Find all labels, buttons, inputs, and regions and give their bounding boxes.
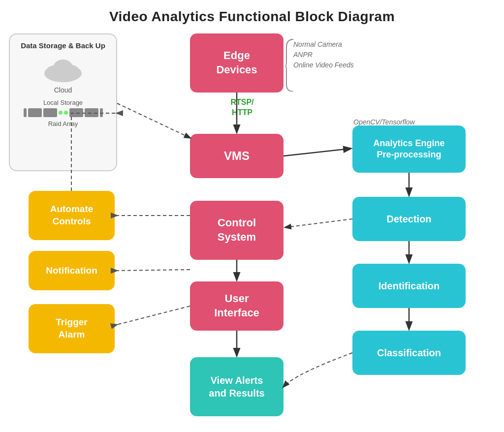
svg-point-3 [53,60,73,75]
storage-title: Data Storage & Back Up [21,41,105,50]
storage-box: Data Storage & Back Up Cloud Local Stora… [9,33,117,171]
curly-brace-svg [284,37,294,92]
svg-line-14 [117,306,190,325]
svg-line-13 [117,270,190,271]
raid-label: Raid Array [48,120,78,127]
rtsp-http-label: RTSP/HTTP [222,97,262,118]
svg-line-15 [117,103,190,138]
classification-block: Classification [352,331,466,375]
view-alerts-block: View Alertsand Results [190,357,284,416]
user-interface-block: UserInterface [190,281,284,331]
edge-devices-block: EdgeDevices [190,33,284,93]
analytics-engine-block: Analytics EnginePre-processing [352,125,466,173]
camera-types-annotation: Normal CameraANPROnline Video Feeds [293,39,354,70]
automate-controls-block: AutomateControls [29,191,115,240]
detection-block: Detection [352,197,466,241]
identification-block: Identification [352,264,466,308]
svg-line-5 [284,149,350,156]
vms-block: VMS [190,134,284,178]
raid-graphic [24,108,103,117]
control-system-block: ControlSystem [190,201,284,260]
cloud-label: Cloud [54,86,72,94]
local-storage-label: Local Storage [43,99,83,106]
diagram-container: Video Analytics Functional Block Diagram… [0,0,504,432]
trigger-alarm-block: TriggerAlarm [29,304,115,353]
page-title: Video Analytics Functional Block Diagram [0,0,504,25]
cloud-icon [41,55,85,84]
notification-block: Notification [29,251,115,290]
svg-line-9 [285,219,352,227]
